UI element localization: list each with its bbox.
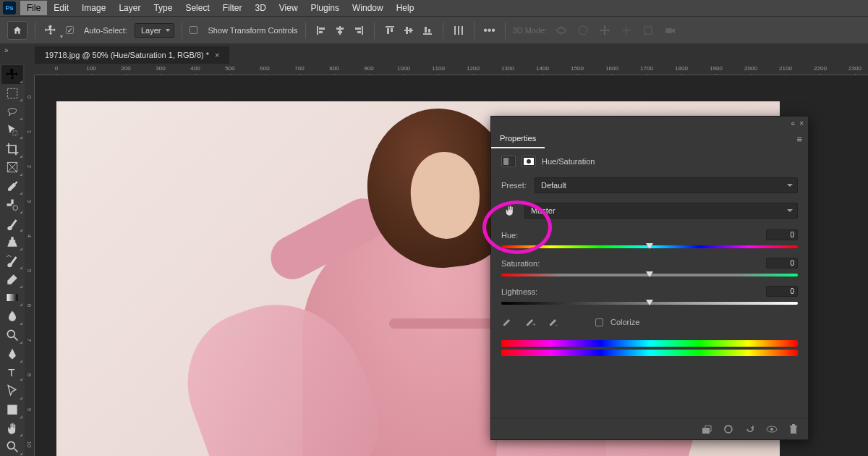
menu-edit[interactable]: Edit [47, 1, 75, 15]
auto-select-label: Auto-Select: [84, 26, 127, 35]
targeted-adjustment-button[interactable] [501, 202, 519, 219]
gradient-tool[interactable] [1, 289, 23, 308]
view-previous-icon[interactable] [723, 423, 734, 435]
menu-file[interactable]: File [20, 1, 47, 15]
ruler-horizontal[interactable]: 0100200300400500600700800900100011001200… [35, 64, 868, 75]
hand-tool[interactable] [1, 419, 23, 438]
lightness-slider[interactable] [501, 300, 798, 307]
eyedropper-tool[interactable] [1, 177, 23, 195]
menu-view[interactable]: View [273, 1, 305, 15]
clone-stamp-tool[interactable] [1, 232, 23, 251]
svg-line-36 [14, 337, 18, 341]
align-hcenter-button[interactable] [332, 22, 348, 38]
align-right-button[interactable] [351, 22, 367, 38]
shape-tool[interactable] [1, 400, 23, 419]
eraser-tool[interactable] [1, 270, 23, 289]
crop-tool[interactable] [1, 140, 23, 159]
document-tab-title: 19718.jpg @ 50% (Hue/Saturation 1, RGB/8… [45, 51, 209, 59]
menu-filter[interactable]: Filter [216, 1, 249, 15]
slider-thumb-icon[interactable] [646, 271, 653, 277]
3d-orbit-icon[interactable] [554, 23, 569, 38]
eyedropper-add-icon[interactable]: + [524, 316, 537, 329]
more-align-button[interactable]: ••• [482, 22, 498, 38]
toolbar-expand-icon[interactable]: » [4, 46, 9, 54]
hand-icon [503, 204, 516, 217]
3d-roll-icon[interactable] [576, 23, 590, 38]
frame-tool[interactable] [1, 159, 23, 177]
svg-rect-51 [791, 427, 796, 434]
3d-camera-icon[interactable] [663, 23, 677, 38]
ruler-tick: 300 [156, 65, 165, 72]
distribute-button[interactable] [451, 22, 467, 38]
zoom-tool[interactable] [1, 437, 23, 456]
object-select-tool[interactable] [1, 121, 23, 140]
preset-dropdown[interactable]: Default [535, 177, 798, 193]
align-vcenter-button[interactable] [401, 22, 417, 38]
reset-icon[interactable] [744, 423, 756, 435]
slider-thumb-icon[interactable] [646, 243, 653, 249]
move-tool[interactable] [1, 65, 23, 84]
menu-window[interactable]: Window [346, 1, 390, 15]
dodge-tool[interactable] [1, 326, 23, 345]
menu-layer[interactable]: Layer [112, 1, 147, 15]
brush-tool[interactable] [1, 214, 23, 233]
document-tab[interactable]: 19718.jpg @ 50% (Hue/Saturation 1, RGB/8… [35, 46, 229, 64]
options-bar: ▾ Auto-Select: Layer Show Transform Cont… [0, 16, 868, 43]
pen-tool[interactable] [1, 345, 23, 363]
visibility-icon[interactable] [766, 423, 778, 435]
menu-type[interactable]: Type [147, 1, 179, 15]
eyedropper-set-icon[interactable] [501, 316, 514, 329]
svg-text:T: T [8, 366, 14, 379]
panel-menu-icon[interactable]: ≡ [796, 134, 808, 145]
close-panel-icon[interactable]: × [799, 119, 804, 127]
auto-select-target-dropdown[interactable]: Layer [135, 23, 175, 38]
marquee-tool[interactable] [1, 84, 23, 103]
3d-slide-icon[interactable] [619, 23, 634, 38]
saturation-slider[interactable] [501, 271, 798, 279]
adjustment-icon [501, 156, 516, 167]
channel-dropdown[interactable]: Master [524, 203, 798, 219]
collapse-panel-icon[interactable]: « [791, 119, 796, 127]
mask-icon[interactable] [522, 156, 536, 167]
history-brush-tool[interactable] [1, 251, 23, 270]
clip-to-layer-icon[interactable] [701, 423, 712, 435]
menu-plugins[interactable]: Plugins [305, 1, 346, 15]
align-top-button[interactable] [382, 22, 398, 38]
properties-panel[interactable]: « × Properties ≡ Hue/Saturation Preset: … [490, 116, 809, 440]
auto-select-checkbox[interactable] [66, 26, 74, 34]
adjustment-name: Hue/Saturation [542, 157, 595, 166]
healing-brush-tool[interactable] [1, 195, 23, 214]
saturation-value[interactable]: 0 [766, 258, 798, 269]
tab-properties[interactable]: Properties [491, 130, 545, 148]
colorize-checkbox[interactable] [595, 318, 603, 326]
align-bottom-button[interactable] [420, 22, 435, 38]
svg-rect-25 [665, 28, 672, 33]
divider [505, 22, 506, 39]
close-tab-icon[interactable]: × [215, 51, 219, 59]
3d-pan-icon[interactable] [597, 23, 612, 38]
align-left-button[interactable] [313, 22, 329, 38]
menu-3d[interactable]: 3D [248, 1, 272, 15]
hue-slider[interactable] [501, 243, 798, 250]
svg-rect-42 [503, 158, 509, 165]
hue-value[interactable]: 0 [766, 229, 798, 240]
blur-tool[interactable] [1, 307, 23, 326]
type-tool[interactable]: T [1, 363, 23, 382]
slider-thumb-icon[interactable] [646, 300, 653, 305]
3d-scale-icon[interactable] [641, 23, 655, 38]
eyedropper-sub-icon[interactable]: - [548, 316, 561, 329]
ruler-vertical[interactable]: 01234567891011 [25, 75, 35, 456]
lasso-tool[interactable] [1, 102, 23, 121]
home-button[interactable] [7, 21, 27, 40]
menu-help[interactable]: Help [390, 1, 421, 15]
show-transform-checkbox[interactable] [190, 26, 197, 34]
menu-select[interactable]: Select [179, 1, 216, 15]
trash-icon[interactable] [788, 423, 799, 435]
path-select-tool[interactable] [1, 381, 23, 400]
svg-rect-11 [391, 28, 393, 32]
ruler-tick: 1100 [432, 65, 445, 72]
menu-image[interactable]: Image [75, 1, 112, 15]
color-range-bars[interactable] [501, 340, 798, 356]
move-tool-icon[interactable]: ▾ [43, 22, 59, 38]
lightness-value[interactable]: 0 [766, 286, 798, 297]
